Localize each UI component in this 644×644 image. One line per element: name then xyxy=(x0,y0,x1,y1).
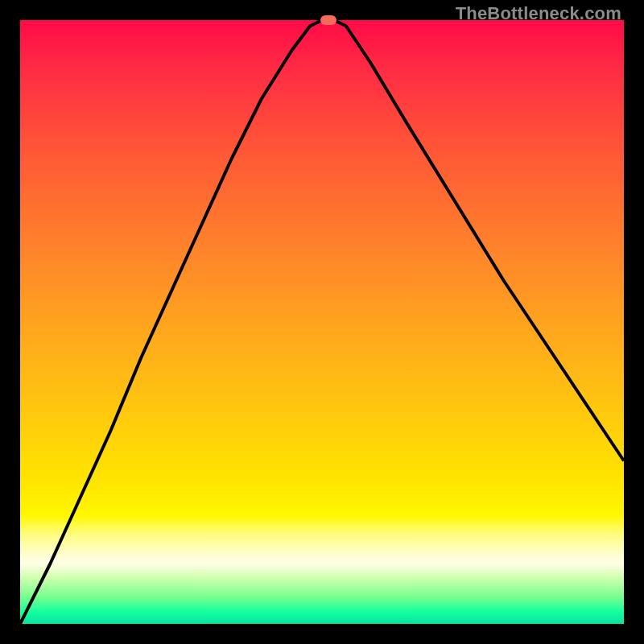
minimum-marker xyxy=(320,15,336,25)
curve-path xyxy=(20,20,624,624)
bottleneck-curve xyxy=(20,20,624,624)
plot-area xyxy=(20,20,624,624)
chart-container: TheBottleneck.com xyxy=(0,0,644,644)
